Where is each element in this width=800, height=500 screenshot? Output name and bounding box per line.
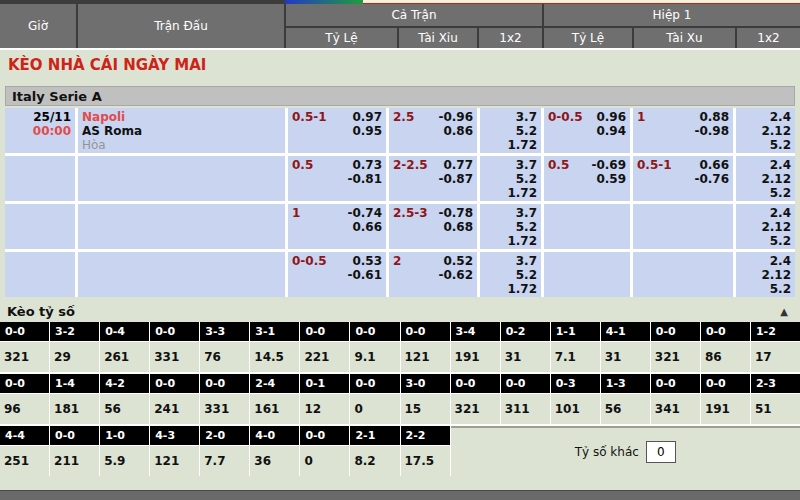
ft-1x2-cell: 3.75.21.72 (480, 156, 541, 201)
odds-value[interactable]: -0.78 (438, 206, 473, 220)
odds-value[interactable]: 5.2 (484, 268, 537, 282)
odds-value[interactable]: 0.52 (438, 254, 473, 268)
score-odds-cell[interactable]: 31 (501, 342, 550, 372)
score-odds-cell[interactable]: 15 (401, 394, 450, 424)
score-odds-cell[interactable]: 251 (0, 446, 49, 476)
odds-value[interactable]: 5.2 (484, 172, 537, 186)
match-cell[interactable] (78, 156, 285, 201)
odds-value[interactable]: 0.86 (438, 124, 473, 138)
score-odds-cell[interactable]: 191 (451, 342, 500, 372)
odds-value[interactable]: -0.98 (694, 124, 729, 138)
score-label-cell: 3-4 (451, 322, 500, 341)
match-cell[interactable] (78, 252, 285, 297)
score-odds-cell[interactable]: 96 (0, 394, 49, 424)
score-odds-cell[interactable]: 17.5 (401, 446, 450, 476)
score-odds-cell[interactable]: 8.2 (350, 446, 399, 476)
score-section-header[interactable]: Kèo tỷ số ▲ (0, 300, 800, 322)
score-odds-cell[interactable]: 9.1 (350, 342, 399, 372)
odds-value[interactable]: 2.4 (740, 110, 791, 124)
odds-value[interactable]: 1.72 (484, 186, 537, 200)
odds-value[interactable]: 0.68 (438, 220, 473, 234)
score-odds-cell[interactable]: 161 (250, 394, 299, 424)
score-odds-cell[interactable]: 56 (601, 394, 650, 424)
score-odds-cell[interactable]: 51 (751, 394, 800, 424)
odds-value[interactable]: 0.66 (694, 158, 729, 172)
score-odds-cell[interactable]: 191 (701, 394, 750, 424)
match-cell[interactable] (78, 204, 285, 249)
odds-value[interactable]: -0.87 (438, 172, 473, 186)
odds-value[interactable]: 0.96 (596, 110, 626, 124)
odds-value[interactable]: 3.7 (484, 158, 537, 172)
odds-value[interactable]: 3.7 (484, 110, 537, 124)
odds-value[interactable]: 2.4 (740, 158, 791, 172)
score-odds-cell[interactable]: 331 (150, 342, 199, 372)
score-odds-cell[interactable]: 56 (100, 394, 149, 424)
odds-value[interactable]: -0.62 (438, 268, 473, 282)
score-odds-cell[interactable]: 321 (0, 342, 49, 372)
score-odds-cell[interactable]: 321 (451, 394, 500, 424)
odds-value[interactable]: 5.2 (740, 186, 791, 200)
odds-value[interactable]: 0.66 (347, 220, 382, 234)
score-odds-cell[interactable]: 181 (50, 394, 99, 424)
odds-value[interactable]: 2.12 (740, 220, 791, 234)
score-odds-cell[interactable]: 221 (300, 342, 349, 372)
score-odds-cell[interactable]: 331 (200, 394, 249, 424)
odds-value[interactable]: 0.77 (438, 158, 473, 172)
score-odds-cell[interactable]: 17 (751, 342, 800, 372)
odds-value[interactable]: 1.72 (484, 234, 537, 248)
score-odds-cell[interactable]: 311 (501, 394, 550, 424)
odds-value[interactable]: 0.53 (347, 254, 382, 268)
score-odds-cell[interactable]: 0 (300, 446, 349, 476)
ft-handicap-cell: 0-0.50.53-0.61 (288, 252, 386, 297)
score-odds-cell[interactable]: 121 (401, 342, 450, 372)
odds-value[interactable]: -0.61 (347, 268, 382, 282)
odds-value[interactable]: -0.96 (438, 110, 473, 124)
score-odds-cell[interactable]: 12 (300, 394, 349, 424)
odds-value[interactable]: 1.72 (484, 138, 537, 152)
odds-value[interactable]: 5.2 (484, 220, 537, 234)
odds-value[interactable]: 0.73 (347, 158, 382, 172)
odds-value[interactable]: 2.12 (740, 172, 791, 186)
odds-value[interactable]: 5.2 (740, 282, 791, 296)
odds-value[interactable]: 2.12 (740, 124, 791, 138)
score-odds-cell[interactable]: 121 (150, 446, 199, 476)
odds-value[interactable]: 0.88 (694, 110, 729, 124)
odds-value[interactable]: -0.81 (347, 172, 382, 186)
score-odds-cell[interactable]: 0 (350, 394, 399, 424)
odds-value[interactable]: 0.59 (591, 172, 626, 186)
score-odds-cell[interactable]: 7.7 (200, 446, 249, 476)
score-odds-cell[interactable]: 341 (651, 394, 700, 424)
odds-value[interactable]: 5.2 (740, 138, 791, 152)
score-odds-cell[interactable]: 31 (601, 342, 650, 372)
odds-value[interactable]: 3.7 (484, 206, 537, 220)
score-odds-cell[interactable]: 241 (150, 394, 199, 424)
score-odds-cell[interactable]: 29 (50, 342, 99, 372)
odds-value[interactable]: -0.69 (591, 158, 626, 172)
score-odds-cell[interactable]: 86 (701, 342, 750, 372)
score-odds-cell[interactable]: 211 (50, 446, 99, 476)
odds-value[interactable]: 0.94 (596, 124, 626, 138)
collapse-arrow-icon[interactable]: ▲ (780, 306, 788, 317)
score-odds-cell[interactable]: 261 (100, 342, 149, 372)
odds-value[interactable]: 0.97 (352, 110, 382, 124)
odds-value[interactable]: 2.4 (740, 254, 791, 268)
score-odds-cell[interactable]: 7.1 (551, 342, 600, 372)
score-odds-cell[interactable]: 14.5 (250, 342, 299, 372)
odds-value[interactable]: 3.7 (484, 254, 537, 268)
score-odds-cell[interactable]: 76 (200, 342, 249, 372)
odds-value[interactable]: 2.12 (740, 268, 791, 282)
odds-value[interactable]: 0.95 (352, 124, 382, 138)
score-odds-cell[interactable]: 36 (250, 446, 299, 476)
score-odds-cell[interactable]: 321 (651, 342, 700, 372)
odds-value[interactable]: -0.76 (694, 172, 729, 186)
column-header-h1-overunder: Tài Xu (634, 28, 735, 48)
match-cell[interactable]: NapoliAS RomaHòa (78, 108, 285, 153)
odds-value[interactable]: 5.2 (740, 234, 791, 248)
score-odds-cell[interactable]: 5.9 (100, 446, 149, 476)
odds-value[interactable]: 1.72 (484, 282, 537, 296)
odds-value[interactable]: 5.2 (484, 124, 537, 138)
other-score-input[interactable] (646, 441, 676, 463)
odds-value[interactable]: -0.74 (347, 206, 382, 220)
score-odds-cell[interactable]: 101 (551, 394, 600, 424)
odds-value[interactable]: 2.4 (740, 206, 791, 220)
